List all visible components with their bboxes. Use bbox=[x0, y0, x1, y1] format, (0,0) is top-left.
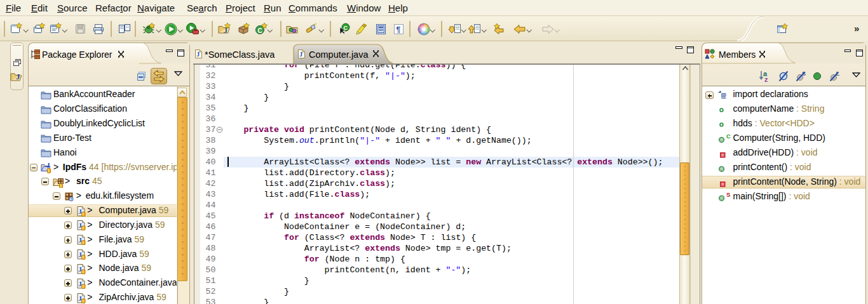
svg-text:J: J bbox=[299, 51, 302, 58]
svg-text:J: J bbox=[46, 163, 50, 169]
svg-text:J: J bbox=[196, 51, 200, 58]
svg-text:S: S bbox=[726, 192, 730, 198]
svg-text:C: C bbox=[258, 27, 262, 34]
svg-text:J: J bbox=[16, 72, 20, 81]
svg-text:¶: ¶ bbox=[397, 25, 401, 34]
svg-text:z: z bbox=[764, 76, 768, 83]
svg-text:C: C bbox=[726, 134, 731, 140]
